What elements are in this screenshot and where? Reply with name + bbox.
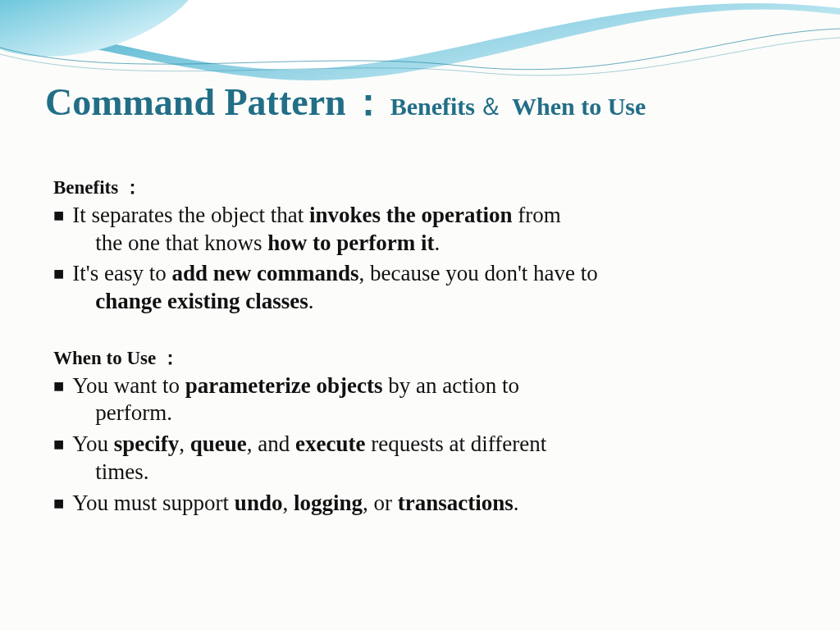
slide-content: Benefits ： ■ It separates the object tha… [53,176,795,521]
list-item: ■ You specify, queue, and execute reques… [53,431,795,486]
bullet-text: It's easy to add new commands, because y… [72,260,795,316]
when-heading: When to Use ： [53,347,795,371]
title-main: Command Pattern [45,81,346,123]
bullet-text: You must support undo, logging, or trans… [72,490,795,518]
bullet-icon: ■ [53,202,64,230]
bullet-text: You want to parameterize objects by an a… [72,372,795,428]
slide-title: Command Pattern ： Benefits ＆ When to Use [45,82,807,124]
list-item: ■ It separates the object that invokes t… [53,202,795,258]
benefits-heading: Benefits ： [53,176,795,200]
title-sub1: Benefits [390,93,475,120]
bullet-icon: ■ [53,260,64,288]
list-item: ■ You must support undo, logging, or tra… [53,490,795,518]
slide: Command Pattern ： Benefits ＆ When to Use… [0,0,840,630]
bullet-text: You specify, queue, and execute requests… [72,431,795,486]
bullet-icon: ■ [53,431,64,459]
title-amp: ＆ [478,93,503,120]
bullet-text: It separates the object that invokes the… [72,202,795,258]
bullet-icon: ■ [53,372,64,400]
bullet-icon: ■ [53,490,64,518]
list-item: ■ You want to parameterize objects by an… [53,372,795,428]
title-colon: ： [349,81,387,123]
title-sub2: When to Use [506,93,646,120]
list-item: ■ It's easy to add new commands, because… [53,260,795,316]
